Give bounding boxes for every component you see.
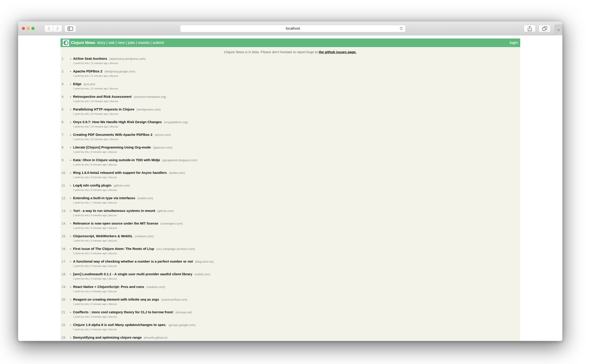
upvote-icon[interactable]: ▲ bbox=[70, 56, 73, 65]
upvote-icon[interactable]: ▲ bbox=[70, 170, 73, 179]
story-domain[interactable]: (us1.campaign-archive2.com) bbox=[156, 247, 195, 251]
discuss-link[interactable]: discuss bbox=[108, 328, 117, 331]
story-domain[interactable]: (twitter.com) bbox=[169, 171, 185, 175]
discuss-link[interactable]: discuss bbox=[108, 252, 117, 255]
story-domain[interactable]: (medium.com) bbox=[135, 234, 154, 238]
story-domain[interactable]: (stackoverflow.com) bbox=[161, 298, 187, 301]
story-title-link[interactable]: Coeffects : more cool category theory fo… bbox=[73, 310, 173, 314]
story-title-link[interactable]: Relevance is now open source under the M… bbox=[73, 221, 158, 225]
address-bar[interactable]: localhost bbox=[180, 25, 405, 32]
discuss-link[interactable]: discuss bbox=[110, 62, 118, 65]
discuss-link[interactable]: discuss bbox=[108, 201, 117, 204]
discuss-link[interactable]: discuss bbox=[108, 277, 117, 280]
story-title-link[interactable]: React Native + ClojureScript: Pros and c… bbox=[73, 285, 144, 289]
story-domain[interactable]: (dataissexy.wordpress.com) bbox=[109, 57, 146, 60]
discuss-link[interactable]: discuss bbox=[110, 138, 118, 141]
clojure-logo-icon[interactable] bbox=[63, 40, 69, 46]
tab-overview-button[interactable] bbox=[539, 25, 550, 32]
upvote-icon[interactable]: ▲ bbox=[70, 195, 73, 204]
story-domain[interactable]: (medium.com) bbox=[146, 285, 165, 289]
story-domain[interactable]: (juxt.pro) bbox=[84, 82, 95, 86]
upvote-icon[interactable]: ▲ bbox=[70, 157, 73, 166]
story-domain[interactable]: (tomasp.net) bbox=[176, 311, 192, 314]
upvote-icon[interactable]: ▲ bbox=[70, 119, 73, 128]
discuss-link[interactable]: discuss bbox=[108, 227, 117, 229]
story-domain[interactable]: (groups.google.com) bbox=[169, 323, 196, 327]
story-title-link[interactable]: Ring 1.6.0-beta2 released with support f… bbox=[73, 171, 167, 175]
story-domain[interactable]: (feedproxy.google.com) bbox=[105, 70, 135, 73]
story-domain[interactable]: (github.com) bbox=[113, 184, 130, 187]
upvote-icon[interactable]: ▲ bbox=[70, 107, 73, 116]
discuss-link[interactable]: discuss bbox=[108, 315, 117, 318]
story-domain[interactable]: (numergent.com) bbox=[160, 222, 183, 225]
discuss-link[interactable]: discuss bbox=[108, 290, 117, 293]
story-domain[interactable]: (onyxplatform.org) bbox=[164, 120, 188, 124]
upvote-icon[interactable]: ▲ bbox=[70, 145, 73, 154]
upvote-icon[interactable]: ▲ bbox=[70, 310, 73, 318]
discuss-link[interactable]: discuss bbox=[110, 74, 118, 77]
upvote-icon[interactable]: ▲ bbox=[70, 94, 73, 103]
story-domain[interactable]: (github.com) bbox=[158, 209, 174, 213]
story-domain[interactable]: (reddit.com) bbox=[137, 196, 153, 200]
login-link[interactable]: login bbox=[510, 40, 518, 45]
upvote-icon[interactable]: ▲ bbox=[70, 259, 73, 268]
story-title-link[interactable]: [ann] Loudmoauth 0.1.1 - A single user m… bbox=[73, 272, 192, 276]
upvote-icon[interactable]: ▲ bbox=[70, 69, 73, 78]
story-title-link[interactable]: Retrospective and Risk Assessment bbox=[73, 95, 132, 98]
discuss-link[interactable]: discuss bbox=[108, 150, 117, 153]
nav-link-ask[interactable]: ask bbox=[108, 40, 114, 45]
upvote-icon[interactable]: ▲ bbox=[70, 284, 73, 293]
back-button[interactable] bbox=[44, 25, 53, 32]
story-domain[interactable]: (garajeando.blogspot.com) bbox=[162, 158, 197, 162]
upvote-icon[interactable]: ▲ bbox=[70, 234, 73, 242]
discuss-link[interactable]: discuss bbox=[110, 87, 118, 90]
discuss-link[interactable]: discuss bbox=[108, 176, 117, 179]
discuss-link[interactable]: discuss bbox=[108, 188, 117, 191]
story-title-link[interactable]: Airline Seat Auctions bbox=[73, 57, 107, 60]
discuss-link[interactable]: discuss bbox=[108, 239, 117, 242]
story-title-link[interactable]: Apache PDFBox 2 bbox=[73, 69, 102, 73]
story-title-link[interactable]: Literate [Clojure] Programming Using Org… bbox=[73, 145, 151, 149]
close-window-button[interactable] bbox=[22, 27, 25, 30]
upvote-icon[interactable]: ▲ bbox=[70, 297, 73, 306]
story-domain[interactable]: (tirkarthi.github.io) bbox=[144, 336, 167, 339]
share-button[interactable] bbox=[524, 25, 536, 32]
upvote-icon[interactable]: ▲ bbox=[70, 246, 73, 255]
nav-link-events[interactable]: events bbox=[138, 40, 149, 45]
upvote-icon[interactable]: ▲ bbox=[70, 322, 73, 331]
upvote-icon[interactable]: ▲ bbox=[70, 82, 73, 90]
upvote-icon[interactable]: ▲ bbox=[70, 221, 73, 230]
story-title-link[interactable]: Demystifying and optimizing clojure rang… bbox=[73, 336, 142, 339]
upvote-icon[interactable]: ▲ bbox=[70, 272, 73, 280]
discuss-link[interactable]: discuss bbox=[108, 303, 117, 305]
story-domain[interactable]: (fgiasson.com) bbox=[153, 146, 172, 149]
fullscreen-window-button[interactable] bbox=[32, 27, 34, 30]
story-domain[interactable]: (blog.lxnd.me) bbox=[195, 260, 214, 263]
discuss-link[interactable]: discuss bbox=[110, 125, 118, 128]
story-title-link[interactable]: Kata: Ohce in Clojure using outside-in T… bbox=[73, 158, 160, 162]
nav-link-jobs[interactable]: jobs bbox=[128, 40, 135, 45]
reload-icon[interactable] bbox=[399, 26, 403, 31]
story-title-link[interactable]: Edge bbox=[73, 82, 82, 86]
nav-link-story[interactable]: story bbox=[97, 40, 105, 45]
new-tab-button[interactable]: + bbox=[555, 25, 562, 35]
discuss-link[interactable]: discuss bbox=[108, 265, 117, 267]
upvote-icon[interactable]: ▲ bbox=[70, 335, 73, 341]
story-title-link[interactable]: Parallelizing HTTP requests in Clojure bbox=[73, 107, 135, 111]
github-issues-link[interactable]: the github issues page. bbox=[319, 50, 357, 54]
story-domain[interactable]: (dzone.com) bbox=[154, 133, 171, 136]
story-title-link[interactable]: A functional way of checking whether a n… bbox=[73, 260, 193, 263]
story-title-link[interactable]: Reagent on creating element with infinit… bbox=[73, 298, 159, 301]
story-title-link[interactable]: Creating PDF Documents With Apache PDFBo… bbox=[73, 133, 152, 136]
discuss-link[interactable]: discuss bbox=[108, 163, 117, 166]
minimize-window-button[interactable] bbox=[27, 27, 30, 30]
story-title-link[interactable]: Clojure 1.9 alpha 8 is out! Many updates… bbox=[73, 323, 166, 327]
discuss-link[interactable]: discuss bbox=[110, 100, 118, 103]
site-brand[interactable]: Clojure News bbox=[71, 40, 95, 45]
story-title-link[interactable]: Clojurescript, WebWorkers & WebGL bbox=[73, 234, 133, 238]
story-domain[interactable]: (bendyworks.com) bbox=[137, 108, 161, 111]
story-domain[interactable]: (arachne-framework.org) bbox=[134, 95, 166, 98]
nav-link-submit[interactable]: submit bbox=[152, 40, 164, 45]
story-title-link[interactable]: Extending a built-in type via interfaces bbox=[73, 196, 135, 200]
forward-button[interactable] bbox=[53, 25, 62, 32]
